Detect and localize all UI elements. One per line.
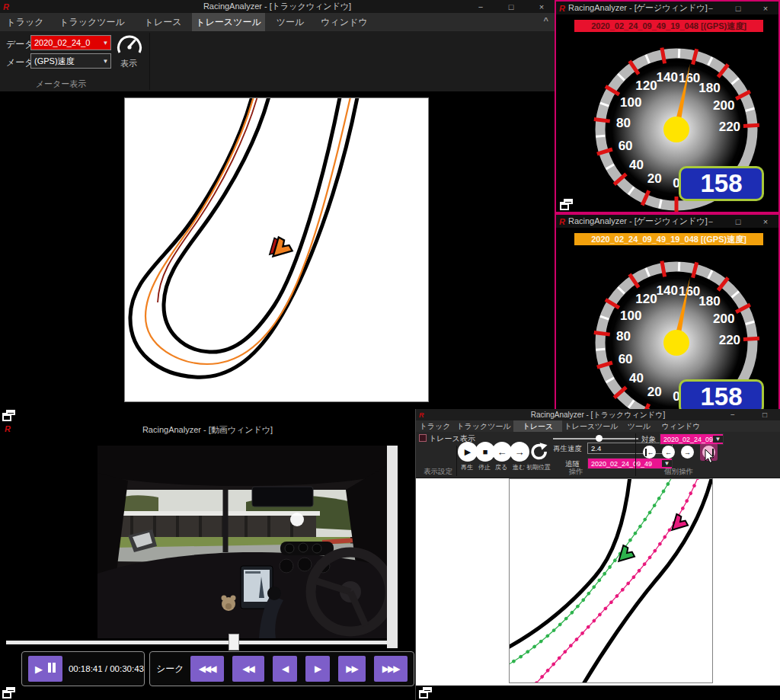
seek-label: シーク: [156, 663, 184, 676]
window-title: RacingAnalyzer - [ゲージウィンドウ]: [568, 216, 708, 227]
svg-text:60: 60: [619, 139, 633, 153]
position-arrow-green: [613, 545, 636, 567]
data-combobox[interactable]: 2020_02_24_0▼: [30, 35, 111, 50]
close-button[interactable]: ×: [529, 1, 555, 13]
show-label: 表示: [120, 58, 137, 69]
seek-fwd-3-button[interactable]: ▶▶▶: [374, 656, 408, 682]
jump-first-button[interactable]: ←: [643, 446, 656, 459]
video-frame[interactable]: [98, 446, 387, 638]
svg-text:120: 120: [635, 292, 657, 306]
seek-back-1-button[interactable]: ◀: [273, 656, 297, 682]
play-pause-button[interactable]: ▶: [28, 656, 62, 682]
seek-fwd-1-button[interactable]: ▶: [305, 656, 330, 682]
svg-text:120: 120: [635, 78, 657, 93]
track-window-main: R RacingAnalyzer - [トラックウィンドウ] − □ × トラッ…: [0, 0, 555, 415]
tab-track-tools[interactable]: トラックツール: [454, 420, 513, 432]
ribbon-body: トレース表示 表示設定 ▶ ■ ← → 再生 停止 戻る 進む 初期位置 再生速…: [416, 432, 780, 478]
seek-back-3-button[interactable]: ◀◀◀: [190, 656, 224, 682]
target-label: 対象: [641, 435, 656, 445]
minimize-button[interactable]: −: [468, 1, 494, 13]
desktop: R RacingAnalyzer - [トラックウィンドウ] − □ × トラッ…: [0, 0, 780, 700]
window-title: RacingAnalyzer - [動画ウィンドウ]: [0, 424, 415, 436]
seek-back-2-button[interactable]: ◀◀: [232, 656, 264, 682]
data-banner: 2020_02_24_09_49_19_048 [(GPS)速度]: [574, 20, 763, 32]
meter-display-icon[interactable]: [116, 34, 143, 56]
titlebar[interactable]: R RacingAnalyzer - [トラックウィンドウ] − □ ×: [0, 0, 555, 13]
minimize-button[interactable]: −: [698, 216, 724, 228]
tab-trace[interactable]: トレース: [134, 13, 192, 31]
gauge-window-2: R RacingAnalyzer - [ゲージウィンドウ] − □ × 2020…: [555, 213, 780, 413]
track-window-trace: R RacingAnalyzer - [トラックウィンドウ] − □ トラック …: [415, 409, 780, 700]
back-label: 戻る: [495, 463, 507, 471]
close-button[interactable]: ×: [753, 216, 778, 228]
group-label-meter: メーター表示: [0, 78, 122, 90]
trace-display-checkbox[interactable]: [419, 434, 427, 442]
app-logo-icon: R: [556, 4, 568, 13]
position-arrow: [266, 236, 293, 264]
group-separator: [635, 433, 636, 476]
chevron-down-icon: ▼: [101, 58, 110, 65]
app-logo-icon: R: [556, 217, 568, 226]
restore-window-icon[interactable]: [419, 687, 432, 698]
minimize-button[interactable]: −: [724, 409, 742, 421]
restore-window-icon[interactable]: [2, 410, 15, 421]
trace-position-thumb[interactable]: [596, 435, 603, 442]
prev-button[interactable]: ←: [662, 446, 675, 459]
minimize-button[interactable]: −: [698, 2, 724, 14]
svg-text:40: 40: [629, 371, 644, 385]
tab-track-tools[interactable]: トラックツール: [50, 13, 134, 31]
group-label-operation: 操作: [530, 467, 622, 477]
svg-text:160: 160: [679, 284, 700, 299]
restore-window-icon[interactable]: [2, 687, 15, 698]
ribbon-tabs: トラック トラックツール トレース トレースツール ツール ウィンドウ ^: [0, 13, 555, 31]
tab-track[interactable]: トラック: [0, 13, 50, 31]
chevron-down-icon: ▼: [713, 436, 723, 443]
video-position-slider[interactable]: [6, 641, 390, 644]
step-forward-button[interactable]: →: [510, 442, 529, 462]
svg-text:60: 60: [619, 352, 633, 366]
svg-text:180: 180: [698, 294, 720, 308]
tab-window[interactable]: ウィンドウ: [658, 420, 704, 432]
video-time: 00:18:41 / 00:30:43: [69, 664, 144, 673]
svg-text:220: 220: [719, 120, 740, 134]
speed-readout: 158: [679, 379, 764, 413]
chevron-down-icon: ▼: [662, 460, 672, 467]
restore-window-icon[interactable]: [560, 199, 573, 210]
video-vertical-scrollbar[interactable]: [387, 446, 398, 648]
tab-trace-tools[interactable]: トレースツール: [192, 13, 265, 31]
svg-text:80: 80: [616, 329, 631, 344]
tab-track[interactable]: トラック: [416, 420, 454, 432]
maximize-button[interactable]: □: [756, 409, 774, 421]
gauge-window-1: R RacingAnalyzer - [ゲージウィンドウ] − □ × 2020…: [555, 0, 780, 213]
meter-combobox[interactable]: (GPS)速度▼: [30, 53, 111, 69]
svg-text:200: 200: [713, 98, 734, 113]
tab-tools[interactable]: ツール: [620, 420, 658, 432]
tab-trace[interactable]: トレース: [513, 420, 562, 432]
tab-window[interactable]: ウィンドウ: [315, 13, 373, 31]
close-button[interactable]: ×: [753, 2, 778, 14]
trace-line-pink: [531, 479, 698, 682]
trace-map: [509, 478, 713, 683]
forward-label: 進む: [513, 463, 525, 471]
seek-fwd-2-button[interactable]: ▶▶: [338, 656, 366, 682]
svg-text:80: 80: [616, 116, 631, 130]
svg-text:20: 20: [647, 171, 662, 186]
ribbon-tabs: トラック トラックツール トレース トレースツール ツール ウィンドウ: [416, 420, 780, 432]
next-button[interactable]: →: [681, 446, 694, 459]
video-position-thumb[interactable]: [229, 634, 239, 650]
video-window: R RacingAnalyzer - [動画ウィンドウ]: [0, 408, 415, 700]
ribbon-collapse-icon[interactable]: ^: [544, 16, 548, 25]
tab-trace-tools[interactable]: トレースツール: [562, 420, 620, 432]
maximize-button[interactable]: □: [498, 1, 524, 13]
svg-text:100: 100: [620, 95, 641, 110]
tab-tools[interactable]: ツール: [265, 13, 315, 31]
group-separator: [149, 33, 150, 90]
group-label-individual: 個別操作: [652, 467, 705, 477]
ribbon-body: データ 2020_02_24_0▼ メータ (GPS)速度▼ 表示 メーター表示: [0, 31, 555, 91]
group-label-display: 表示設定: [416, 467, 460, 477]
reset-position-button[interactable]: [529, 441, 550, 462]
maximize-button[interactable]: □: [725, 2, 751, 14]
window-title: RacingAnalyzer - [ゲージウィンドウ]: [568, 2, 708, 14]
svg-text:20: 20: [647, 385, 662, 399]
maximize-button[interactable]: □: [725, 216, 751, 228]
